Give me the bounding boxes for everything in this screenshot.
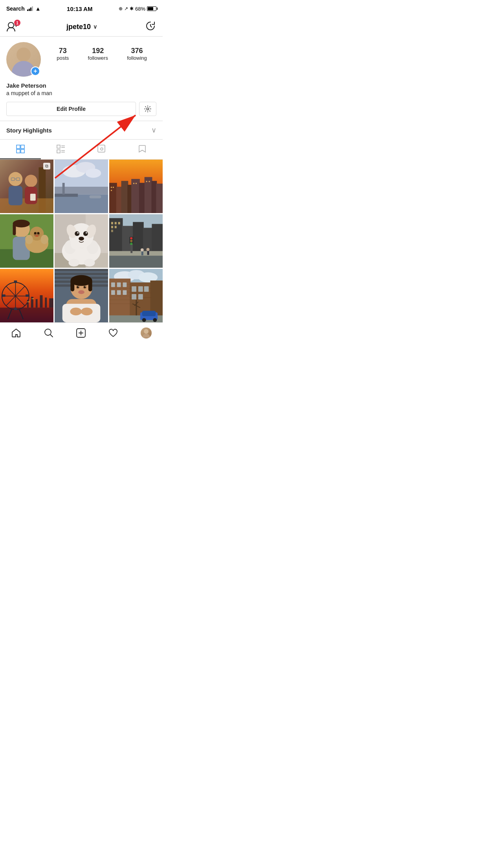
posts-label: posts — [57, 55, 69, 61]
status-bar: Search ▲ 10:13 AM ⊕ ↗ ✱ 68% — [0, 0, 163, 17]
nav-activity-button[interactable] — [103, 326, 123, 340]
svg-rect-128 — [36, 299, 38, 308]
svg-rect-179 — [132, 286, 136, 292]
svg-rect-98 — [118, 222, 120, 224]
grid-item[interactable]: ⧉ — [0, 160, 53, 213]
svg-point-152 — [78, 290, 84, 294]
followers-count: 192 — [88, 47, 108, 55]
svg-rect-39 — [90, 195, 101, 199]
svg-rect-46 — [139, 183, 145, 213]
bottom-nav — [0, 322, 163, 348]
tab-list[interactable] — [41, 140, 82, 159]
svg-rect-138 — [55, 273, 108, 275]
search-label: Search — [6, 6, 25, 12]
list-icon — [56, 144, 66, 154]
svg-rect-103 — [109, 251, 163, 256]
add-user-button[interactable]: 1 — [6, 21, 19, 32]
nav-profile-button[interactable] — [136, 326, 156, 340]
edit-profile-row: Edit Profile — [0, 100, 163, 121]
followers-label: followers — [88, 55, 108, 61]
add-icon — [76, 328, 86, 338]
svg-point-25 — [25, 175, 37, 187]
following-label: following — [127, 55, 147, 61]
search-icon — [44, 328, 54, 338]
svg-rect-47 — [145, 177, 152, 213]
svg-rect-110 — [141, 252, 143, 256]
settings-button[interactable] — [139, 102, 156, 116]
battery-label: 68% — [135, 6, 145, 12]
nav-home-button[interactable] — [6, 326, 26, 340]
posts-stat[interactable]: 73 posts — [57, 47, 69, 61]
profile-name: Jake Peterson — [6, 82, 156, 89]
add-story-button[interactable]: + — [31, 66, 40, 76]
grid-item[interactable] — [55, 214, 108, 268]
story-highlights-row[interactable]: Story Highlights ∨ — [0, 121, 163, 140]
photo-white-dog — [55, 214, 108, 268]
svg-rect-42 — [116, 187, 122, 213]
chevron-down-highlights-icon: ∨ — [151, 126, 156, 134]
status-left: Search ▲ — [6, 6, 41, 12]
svg-point-85 — [77, 232, 79, 234]
location-icon: ⊕ — [119, 6, 123, 11]
svg-rect-134 — [32, 298, 33, 299]
svg-rect-54 — [136, 183, 137, 184]
svg-rect-186 — [142, 311, 156, 316]
tag-icon — [97, 144, 106, 154]
edit-profile-button[interactable]: Edit Profile — [6, 102, 136, 116]
grid-item[interactable] — [55, 269, 108, 322]
svg-point-111 — [147, 248, 150, 251]
photo-nyc-street — [109, 214, 163, 268]
following-stat[interactable]: 376 following — [127, 47, 147, 61]
home-icon — [11, 328, 21, 338]
svg-rect-99 — [111, 226, 113, 228]
svg-rect-37 — [55, 194, 78, 197]
svg-rect-135 — [33, 298, 34, 299]
grid-item[interactable] — [0, 214, 53, 268]
bookmark-icon — [138, 144, 147, 154]
svg-point-89 — [84, 259, 95, 267]
svg-point-188 — [153, 318, 157, 322]
svg-rect-175 — [123, 282, 127, 287]
tab-grid[interactable] — [0, 140, 41, 159]
grid-item[interactable] — [0, 269, 53, 322]
svg-point-0 — [8, 22, 14, 28]
grid-item[interactable] — [55, 160, 108, 213]
grid-item[interactable] — [109, 160, 163, 213]
svg-rect-18 — [98, 145, 105, 152]
grid-item[interactable] — [109, 214, 163, 268]
svg-rect-176 — [111, 290, 115, 295]
profile-info: Jake Peterson a muppet of a man — [0, 81, 163, 100]
avatar-head — [17, 48, 31, 62]
grid-item[interactable] — [109, 269, 163, 322]
svg-point-70 — [35, 235, 39, 237]
svg-point-84 — [83, 231, 88, 236]
svg-rect-38 — [62, 183, 65, 195]
svg-rect-45 — [131, 179, 140, 213]
username-button[interactable]: jpete10 ∨ — [66, 23, 97, 31]
photo-river — [55, 160, 108, 213]
nav-add-button[interactable] — [71, 326, 91, 340]
svg-rect-126 — [27, 300, 29, 308]
nav-search-button[interactable] — [39, 326, 59, 340]
svg-rect-49 — [156, 184, 163, 213]
svg-rect-51 — [113, 187, 114, 188]
svg-rect-48 — [151, 181, 157, 213]
svg-rect-10 — [17, 149, 20, 153]
history-button[interactable] — [145, 20, 156, 33]
followers-stat[interactable]: 192 followers — [88, 47, 108, 61]
svg-rect-56 — [149, 181, 150, 182]
svg-rect-97 — [115, 222, 117, 224]
svg-rect-52 — [111, 190, 112, 191]
svg-rect-129 — [40, 295, 43, 308]
tab-tagged[interactable] — [81, 140, 122, 159]
bluetooth-icon: ✱ — [130, 6, 134, 11]
battery-icon — [147, 6, 156, 11]
profile-section: + 73 posts 192 followers 376 following J… — [0, 37, 163, 140]
svg-point-83 — [75, 231, 79, 236]
nav-bar: 1 jpete10 ∨ — [0, 17, 163, 37]
svg-point-68 — [34, 232, 37, 234]
story-highlights-label: Story Highlights — [6, 127, 52, 134]
svg-rect-15 — [57, 150, 60, 153]
svg-point-5 — [147, 108, 149, 110]
tab-saved[interactable] — [122, 140, 163, 159]
